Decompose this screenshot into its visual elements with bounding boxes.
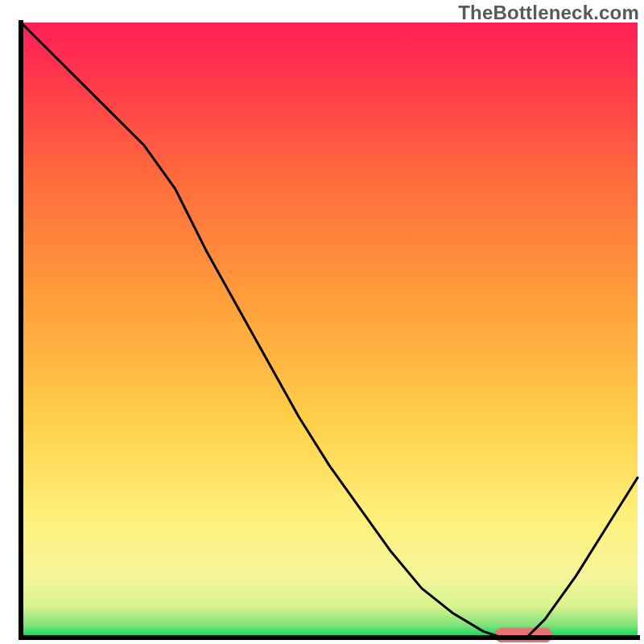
bottleneck-chart [0, 0, 644, 644]
watermark: TheBottleneck.com [458, 2, 639, 24]
